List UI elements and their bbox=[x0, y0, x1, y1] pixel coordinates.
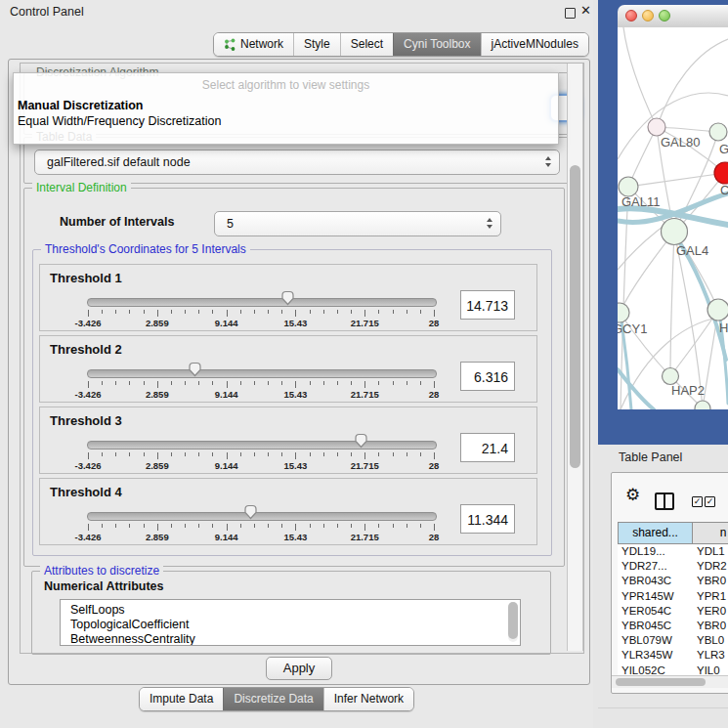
network-node[interactable] bbox=[709, 123, 727, 141]
network-canvas[interactable]: GAL80GACGAL11GAL4GCY1HHAP2 bbox=[618, 27, 728, 409]
tick-mark bbox=[102, 381, 103, 385]
table-data-selected: galFiltered.sif default node bbox=[47, 155, 191, 169]
tab-network[interactable]: Network bbox=[214, 33, 293, 56]
threshold-slider-thumb[interactable] bbox=[243, 504, 258, 520]
checkbox-icon[interactable]: ✓ bbox=[705, 496, 715, 507]
algorithm-dropdown-popup: Select algorithm to view settings Manual… bbox=[13, 72, 559, 145]
network-node[interactable] bbox=[619, 177, 638, 196]
table-rows: YDL19...YDL1YDR27...YDR2YBR043CYBR0YPR14… bbox=[618, 544, 728, 675]
table-row[interactable]: YBR043CYBR0 bbox=[618, 574, 728, 588]
tick-label: 28 bbox=[429, 460, 440, 471]
network-node[interactable] bbox=[695, 401, 710, 409]
cell-name: YBL0 bbox=[693, 633, 724, 648]
tab-discretize-data[interactable]: Discretize Data bbox=[223, 688, 322, 710]
close-traffic-light[interactable] bbox=[625, 10, 637, 21]
column-header-name[interactable]: n bbox=[693, 522, 728, 544]
cell-name: YDR2 bbox=[693, 559, 727, 574]
attributes-scrollbar-thumb[interactable] bbox=[508, 602, 518, 639]
threshold-slider-track[interactable] bbox=[87, 298, 437, 307]
threshold-slider-track[interactable] bbox=[87, 512, 437, 521]
divider bbox=[598, 707, 728, 708]
slider-ticks bbox=[87, 452, 435, 460]
tick-mark bbox=[351, 310, 352, 314]
node-label: GAL80 bbox=[661, 135, 700, 150]
tab-jactivemnodules[interactable]: jActiveMNodules bbox=[481, 33, 588, 56]
cell-shared-name: YDL19... bbox=[618, 544, 693, 559]
threshold-slider-thumb[interactable] bbox=[280, 290, 295, 306]
table-hscrollbar-thumb[interactable] bbox=[616, 678, 706, 686]
tick-mark bbox=[337, 310, 338, 314]
threshold-value-field[interactable]: 11.344 bbox=[460, 504, 515, 534]
threshold-slider-thumb[interactable] bbox=[354, 433, 368, 449]
attributes-scrollbar[interactable] bbox=[508, 602, 518, 642]
table-row[interactable]: YDR27...YDR2 bbox=[618, 559, 728, 574]
network-svg: GAL80GACGAL11GAL4GCY1HHAP2 bbox=[618, 27, 728, 409]
numerical-attributes-list[interactable]: SelfLoopsTopologicalCoefficientBetweenne… bbox=[60, 599, 521, 646]
close-icon[interactable]: ✕ bbox=[580, 3, 591, 18]
tab-infer-network[interactable]: Infer Network bbox=[323, 688, 413, 710]
table-row[interactable]: YLR345WYLR3 bbox=[618, 648, 728, 663]
network-node[interactable] bbox=[618, 303, 629, 322]
threshold-value-field[interactable]: 14.713 bbox=[460, 290, 515, 320]
settings-scrollbar-thumb[interactable] bbox=[570, 165, 580, 468]
cell-shared-name: YLR345W bbox=[618, 648, 693, 663]
dropdown-option[interactable]: Equal Width/Frequency Discretization bbox=[14, 113, 558, 129]
tab-impute-data[interactable]: Impute Data bbox=[140, 688, 223, 710]
threshold-slider-track[interactable] bbox=[87, 369, 437, 378]
table-row[interactable]: YBR045CYBR0 bbox=[618, 619, 728, 633]
table-row[interactable]: YER054CYER0 bbox=[618, 604, 728, 619]
list-item[interactable]: TopologicalCoefficient bbox=[61, 618, 520, 632]
table-row[interactable]: YBL079WYBL0 bbox=[618, 633, 728, 648]
table-row[interactable]: YPR145WYPR1 bbox=[618, 589, 728, 604]
network-node[interactable] bbox=[663, 368, 679, 385]
gear-icon[interactable]: ⚙ bbox=[625, 485, 640, 505]
column-layout-icon[interactable] bbox=[655, 492, 674, 510]
cell-shared-name: YBR045C bbox=[618, 619, 693, 633]
dropdown-option[interactable]: Manual Discretization bbox=[14, 98, 558, 113]
threshold-value-field[interactable]: 6.316 bbox=[460, 362, 515, 391]
tick-mark bbox=[268, 452, 269, 456]
tick-mark bbox=[323, 524, 324, 528]
node-label: GAL11 bbox=[621, 194, 661, 209]
tick-mark bbox=[185, 381, 186, 385]
number-of-intervals-label: Number of Intervals bbox=[60, 215, 174, 229]
thresholds-group: Threshold's Coordinates for 5 Intervals … bbox=[32, 249, 552, 556]
threshold-slider-thumb[interactable] bbox=[188, 362, 202, 377]
float-window-icon[interactable] bbox=[565, 8, 576, 19]
list-item[interactable]: SelfLoops bbox=[61, 603, 520, 618]
table-row[interactable]: YDL19...YDL1 bbox=[618, 544, 728, 559]
zoom-traffic-light[interactable] bbox=[659, 10, 670, 21]
threshold-slider-track[interactable] bbox=[87, 441, 437, 450]
tab-label: jActiveMNodules bbox=[492, 33, 578, 56]
settings-scrollbar[interactable] bbox=[567, 64, 583, 651]
column-header-shared-name[interactable]: shared... bbox=[618, 522, 693, 544]
minimize-traffic-light[interactable] bbox=[642, 10, 654, 21]
threshold-row: Threshold 1-3.4262.8599.14415.4321.71528… bbox=[39, 264, 537, 331]
tick-mark bbox=[129, 452, 130, 456]
network-window-titlebar[interactable] bbox=[618, 5, 728, 28]
tab-cyni-toolbox[interactable]: Cyni Toolbox bbox=[393, 33, 480, 56]
table-data-combobox[interactable]: galFiltered.sif default node bbox=[34, 150, 560, 175]
tick-mark bbox=[240, 381, 241, 385]
table-hscrollbar[interactable] bbox=[612, 675, 728, 688]
tick-mark bbox=[171, 452, 172, 456]
tick-mark bbox=[254, 452, 255, 456]
list-item[interactable]: BetweennessCentrality bbox=[61, 632, 520, 646]
tick-mark bbox=[310, 381, 311, 385]
tick-mark bbox=[268, 310, 269, 314]
tick-label: 28 bbox=[429, 532, 440, 542]
tab-select[interactable]: Select bbox=[340, 33, 393, 56]
tab-style[interactable]: Style bbox=[293, 33, 340, 56]
cell-name: YBR0 bbox=[693, 574, 726, 588]
network-node[interactable] bbox=[648, 118, 665, 136]
checkbox-icon[interactable]: ✓ bbox=[692, 496, 703, 507]
table-row[interactable]: YIL052CYIL0 bbox=[618, 664, 728, 676]
network-node[interactable] bbox=[662, 219, 688, 245]
network-node[interactable] bbox=[707, 299, 728, 321]
apply-button[interactable]: Apply bbox=[266, 657, 332, 680]
tick-mark bbox=[129, 524, 130, 528]
number-of-intervals-combobox[interactable]: 5 bbox=[214, 211, 501, 236]
tick-mark bbox=[420, 381, 421, 385]
tick-label: 2.859 bbox=[146, 460, 169, 471]
threshold-value-field[interactable]: 21.4 bbox=[460, 433, 515, 462]
